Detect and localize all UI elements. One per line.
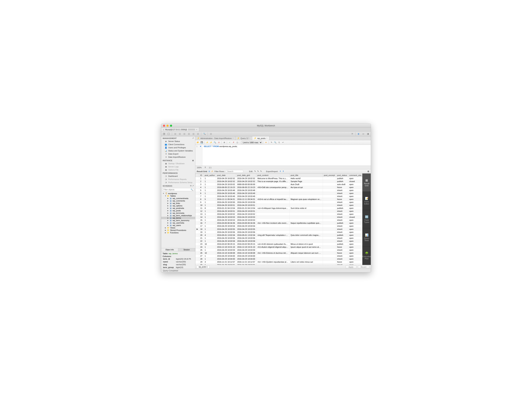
- cell[interactable]: inherit: [336, 216, 348, 219]
- toggle-icon[interactable]: ⇄: [211, 170, 213, 172]
- cell[interactable]: [323, 246, 336, 249]
- cell[interactable]: [323, 192, 336, 195]
- cell[interactable]: 12: [199, 210, 204, 213]
- cell[interactable]: 30: [199, 263, 204, 265]
- cell[interactable]: publish: [336, 243, 348, 246]
- cell[interactable]: <h3>In est ut officia ut impedit laudant…: [256, 198, 289, 201]
- cell[interactable]: 2016-04-29 18:03:50: [236, 201, 256, 204]
- cell[interactable]: 2016-12-21 10:12:57: [216, 261, 236, 263]
- tool-icon-3[interactable]: ◫: [182, 132, 186, 136]
- cell[interactable]: open: [348, 255, 362, 257]
- cell[interactable]: inherit: [336, 237, 348, 240]
- table-row[interactable]: 23102016-03-02 08:29:152016-03-02 08:29:…: [196, 243, 362, 246]
- cell[interactable]: 2016-04-29 18:03:55: [236, 227, 256, 231]
- cell[interactable]: 2016-05-01 13:02:04: [236, 234, 256, 237]
- cell[interactable]: [256, 225, 289, 227]
- cell[interactable]: [323, 213, 336, 216]
- cell[interactable]: [256, 255, 289, 257]
- cell[interactable]: open: [348, 234, 362, 237]
- cell[interactable]: 2016-04-29 18:03:51: [236, 204, 256, 207]
- management-item[interactable]: 📊Status and System Variables: [161, 149, 195, 152]
- table-row[interactable]: 512016-04-29 18:03:482016-04-29 18:03:48…: [196, 189, 362, 192]
- cell[interactable]: 1: [204, 201, 216, 204]
- cell[interactable]: 1: [204, 249, 216, 251]
- table-node[interactable]: ▶▦wp_options: [161, 204, 195, 207]
- wrap-icon[interactable]: ↵: [281, 141, 284, 144]
- fn-folder[interactable]: ▶📁 Functions: [161, 231, 195, 234]
- cell[interactable]: 1: [204, 183, 216, 186]
- cell[interactable]: 2016-01-31 04:13:54: [236, 207, 256, 210]
- table-row[interactable]: 1712016-04-29 18:03:542016-04-29 18:03:5…: [196, 225, 362, 227]
- cell[interactable]: open: [348, 261, 362, 263]
- cell[interactable]: 5: [199, 189, 204, 192]
- cell[interactable]: [256, 210, 289, 213]
- table-row[interactable]: 312016-04-29 18:03:020000-00-00 00:00:00…: [196, 183, 362, 186]
- cell[interactable]: [256, 227, 289, 231]
- cell[interactable]: open: [348, 249, 362, 251]
- cell[interactable]: <ul><li>Aliquam fuga doloremque facere</…: [256, 207, 289, 210]
- table-node[interactable]: ▶▦wp_term_relationships: [161, 214, 195, 217]
- cell[interactable]: 2016-04-29 18:03:53: [216, 219, 236, 222]
- cell[interactable]: 28: [199, 257, 204, 261]
- cell[interactable]: [323, 255, 336, 257]
- cell[interactable]: inherit: [336, 263, 348, 265]
- instance-item[interactable]: ▣Startup / Shutdown: [161, 162, 195, 165]
- table-row[interactable]: 3012016-04-29 18:04:012016-04-29 18:04:0…: [196, 263, 362, 265]
- cell[interactable]: [289, 201, 323, 204]
- cell[interactable]: <hr> <h6>Quidem repudiandae placeat illu…: [256, 261, 289, 263]
- cell[interactable]: [323, 219, 336, 222]
- tool-icon-7[interactable]: ◫: [209, 132, 213, 136]
- performance-item[interactable]: ◔Dashboard: [161, 175, 195, 178]
- execute-icon[interactable]: ⚡: [206, 141, 209, 144]
- close-window-button[interactable]: [163, 125, 165, 127]
- cell[interactable]: <ol><li>Et dolorem quibusdam facere nihi…: [256, 243, 289, 246]
- cell[interactable]: 1: [204, 177, 216, 180]
- cell[interactable]: 8: [199, 198, 204, 201]
- cell[interactable]: 10: [204, 251, 216, 255]
- side-tool[interactable]: ▦Result Grid: [362, 174, 371, 192]
- cell[interactable]: [323, 186, 336, 189]
- cell[interactable]: inherit: [336, 213, 348, 216]
- cell[interactable]: 2016-04-29 18:04:00: [236, 257, 256, 261]
- table-row[interactable]: 2712016-04-29 18:04:002016-04-29 18:04:0…: [196, 255, 362, 257]
- table-row[interactable]: 1212016-04-29 18:03:512016-04-29 18:03:5…: [196, 210, 362, 213]
- grid-view-icon[interactable]: ⊞: [209, 170, 210, 172]
- table-node[interactable]: ▶▦wp_term_taxonomy: [161, 219, 195, 222]
- table-row[interactable]: 212016-04-29 18:02:522016-04-29 18:02:52…: [196, 180, 362, 183]
- cell[interactable]: 2016-04-29 18:03:48: [236, 189, 256, 192]
- cell[interactable]: 24: [199, 246, 204, 249]
- cell[interactable]: 13: [199, 213, 204, 216]
- cell[interactable]: 15: [199, 219, 204, 222]
- table-row[interactable]: 2512016-04-29 18:03:592016-04-29 18:03:5…: [196, 249, 362, 251]
- find-icon[interactable]: 🔍: [274, 141, 277, 144]
- cell[interactable]: [289, 227, 323, 231]
- column-header[interactable]: post_author: [204, 174, 216, 177]
- table-node[interactable]: ▶▦wp_commentmeta: [161, 197, 195, 200]
- cell[interactable]: [289, 249, 323, 251]
- cell[interactable]: [256, 195, 289, 198]
- cell[interactable]: 1: [204, 255, 216, 257]
- cell[interactable]: 1: [204, 192, 216, 195]
- cell[interactable]: 16: [199, 222, 204, 225]
- cell[interactable]: 22: [199, 240, 204, 243]
- cell[interactable]: 26: [199, 251, 204, 255]
- cell[interactable]: Ipsum atque quod et aut nemo atque: [289, 246, 323, 249]
- cell[interactable]: [323, 210, 336, 213]
- revert-button[interactable]: Revert: [358, 265, 369, 268]
- cell[interactable]: 10: [199, 204, 204, 207]
- cell[interactable]: 5: [204, 198, 216, 201]
- cell[interactable]: 2016-04-29 18:03:49: [236, 192, 256, 195]
- cell[interactable]: 1: [204, 213, 216, 216]
- cell[interactable]: 2016-03-02 08:29:15: [216, 243, 236, 246]
- cell[interactable]: 1: [204, 263, 216, 265]
- edit-icon-2[interactable]: ✎: [257, 170, 259, 172]
- tool-icon-4[interactable]: ◫: [187, 132, 191, 136]
- cell[interactable]: 2016-04-29 18:03:02: [216, 183, 236, 186]
- cell[interactable]: open: [348, 222, 362, 225]
- cell[interactable]: [289, 255, 323, 257]
- export-icon[interactable]: ⬇: [279, 170, 281, 172]
- cell[interactable]: 1: [204, 219, 216, 222]
- cell[interactable]: 1: [204, 216, 216, 219]
- instance-item[interactable]: ▣Options File: [161, 168, 195, 171]
- cell[interactable]: inherit: [336, 192, 348, 195]
